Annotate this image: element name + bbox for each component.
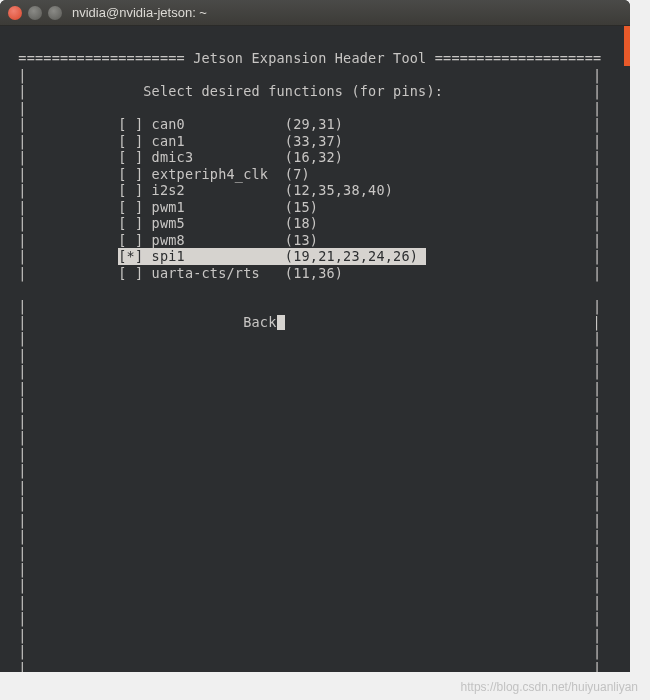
watermark-text: https://blog.csdn.net/huiyuanliyan [461,680,638,694]
window-controls [8,6,62,20]
option-uarta-cts-rts[interactable]: [ ] uarta-cts/rts (11,36) [118,265,426,281]
option-row: | [ ] pwm8 (13) | [10,232,620,248]
window-title: nvidia@nvidia-jetson: ~ [72,5,207,20]
back-button[interactable]: Back [243,314,276,330]
box-border: | | [10,528,601,544]
box-border: | | [10,545,601,561]
box-border: | | [10,462,601,478]
option-row: | [ ] i2s2 (12,35,38,40) | [10,182,620,198]
box-border: | | [10,512,601,528]
close-icon[interactable] [8,6,22,20]
box-border: | | [10,495,601,511]
option-row: | [ ] pwm1 (15) | [10,199,620,215]
box-border: | | [10,627,601,643]
option-spi1[interactable]: [*] spi1 (19,21,23,24,26) [118,248,426,264]
option-row: | [ ] extperiph4_clk (7) | [10,166,620,182]
option-pwm8[interactable]: [ ] pwm8 (13) [118,232,426,248]
prompt-text: Select desired functions (for pins): [143,83,443,99]
option-row: | [ ] pwm5 (18) | [10,215,620,231]
option-pwm5[interactable]: [ ] pwm5 (18) [118,215,426,231]
option-pwm1[interactable]: [ ] pwm1 (15) [118,199,426,215]
box-border: | | [10,330,601,346]
titlebar: nvidia@nvidia-jetson: ~ [0,0,630,26]
option-row: | [ ] dmic3 (16,32) | [10,149,620,165]
box-border: | | [10,479,601,495]
option-row: | [*] spi1 (19,21,23,24,26) | [10,248,620,264]
terminal-window: nvidia@nvidia-jetson: ~ ================… [0,0,630,672]
option-row: | [ ] uarta-cts/rts (11,36) | [10,265,620,281]
box-border: | | [10,446,601,462]
option-extperiph4-clk[interactable]: [ ] extperiph4_clk (7) [118,166,426,182]
box-border: | | [10,413,601,429]
box-border: | | [10,380,601,396]
box-border: | | [10,67,601,83]
option-row: | [ ] can0 (29,31) | [10,116,620,132]
box-border: | | [10,363,601,379]
box-border: | | [10,298,601,314]
box-border: | | [10,347,601,363]
option-dmic3[interactable]: [ ] dmic3 (16,32) [118,149,426,165]
box-border: | | [10,100,601,116]
option-i2s2[interactable]: [ ] i2s2 (12,35,38,40) [118,182,426,198]
option-row: | [ ] can1 (33,37) | [10,133,620,149]
box-border: | | [10,561,601,577]
box-border: | | [10,610,601,626]
box-border: | | [10,660,601,672]
prompt-line: | Select desired functions (for pins): | [10,83,601,99]
box-border: | | [10,594,601,610]
header-border: ==================== Jetson Expansion He… [10,50,601,66]
option-can0[interactable]: [ ] can0 (29,31) [118,116,426,132]
cursor-icon [277,315,285,330]
box-border: | | [10,643,601,659]
scrollbar-hint[interactable] [624,26,630,66]
back-line: | Back | [10,314,601,330]
maximize-icon[interactable] [48,6,62,20]
terminal-body[interactable]: ==================== Jetson Expansion He… [0,26,630,672]
box-border: | | [10,396,601,412]
options-list: | [ ] can0 (29,31) | | [ ] can1 (33,37) … [10,116,620,281]
box-border: | | [10,577,601,593]
option-can1[interactable]: [ ] can1 (33,37) [118,133,426,149]
minimize-icon[interactable] [28,6,42,20]
box-border: | | [10,429,601,445]
